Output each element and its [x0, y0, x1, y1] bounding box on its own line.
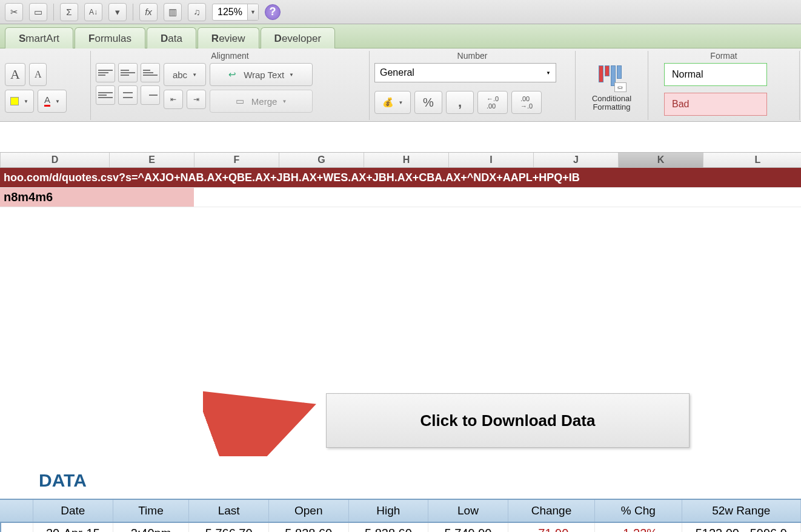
table-header-range[interactable]: 52w Range	[682, 500, 801, 522]
cell-time: 2:40pm	[113, 523, 190, 532]
cell-high: 5,838.60	[349, 523, 429, 532]
comma-button[interactable]: ,	[446, 91, 474, 114]
data-table: Date Time Last Open High Low Change % Ch…	[0, 499, 801, 532]
cell-change: -71.90	[508, 523, 595, 532]
new-doc-icon[interactable]: ▭	[29, 3, 47, 21]
align-center-button[interactable]	[118, 85, 138, 105]
group-label-spacer	[580, 51, 643, 61]
table-header-pct[interactable]: % Chg	[595, 500, 682, 522]
chevron-down-icon: ▼	[546, 70, 551, 76]
cell-style-bad[interactable]: Bad	[664, 93, 767, 116]
number-format-value: General	[380, 67, 414, 78]
data-heading: DATA	[39, 470, 87, 491]
zoom-selector[interactable]: 125% ▼	[212, 4, 259, 21]
filter-icon[interactable]: ▾	[108, 3, 127, 21]
cell-style-normal[interactable]: Normal	[664, 63, 767, 86]
table-header-change[interactable]: Change	[508, 500, 595, 522]
tab-data[interactable]: Data	[147, 27, 196, 48]
tab-developer[interactable]: Developer	[261, 27, 336, 48]
decrease-indent-button[interactable]: ⇤	[164, 90, 183, 109]
cell-last: 5,766.70	[189, 523, 269, 532]
align-right-button[interactable]	[141, 85, 160, 105]
align-top-button[interactable]	[96, 63, 115, 82]
column-header-E[interactable]: E	[110, 153, 194, 167]
cell-low: 5,749.90	[428, 523, 508, 532]
column-header-J[interactable]: J	[534, 153, 619, 167]
merge-button[interactable]: ▭ Merge▼	[210, 90, 313, 113]
currency-button[interactable]: 💰▼	[374, 91, 411, 114]
sort-az-icon[interactable]: A↓	[84, 3, 102, 21]
arrow-annotation	[203, 390, 324, 456]
align-left-button[interactable]	[96, 85, 115, 105]
conditional-formatting-button[interactable]: ≤≥ Conditional Formatting	[583, 63, 641, 112]
tab-review[interactable]: Review	[198, 27, 259, 48]
cell-date: 30-Apr-15	[33, 523, 113, 532]
fill-color-button[interactable]: ▼	[5, 90, 34, 113]
table-header-date[interactable]: Date	[33, 500, 113, 522]
table-header-low[interactable]: Low	[428, 500, 508, 522]
column-header-F[interactable]: F	[194, 153, 279, 167]
group-label-alignment: Alignment	[96, 51, 364, 61]
percent-button[interactable]: %	[414, 91, 442, 114]
separator	[53, 4, 54, 21]
column-header-L[interactable]: L	[703, 153, 801, 167]
download-data-label: Click to Download Data	[420, 411, 596, 430]
fx-icon[interactable]: fx	[139, 3, 158, 21]
cell-open: 5,838.60	[269, 523, 349, 532]
number-format-select[interactable]: General ▼	[374, 63, 556, 82]
conditional-formatting-label: Conditional Formatting	[583, 95, 641, 112]
group-label-format: Format	[653, 51, 794, 61]
vertical-align-group	[96, 63, 160, 105]
font-shrink-button[interactable]: A	[29, 63, 47, 86]
chevron-down-icon[interactable]: ▼	[247, 4, 258, 20]
group-label-font	[5, 51, 85, 61]
table-header-high[interactable]: High	[349, 500, 429, 522]
align-middle-button[interactable]	[118, 63, 138, 82]
column-header-I[interactable]: I	[449, 153, 534, 167]
media-icon[interactable]: ♫	[188, 3, 206, 21]
help-icon[interactable]: ?	[265, 4, 281, 20]
wrap-text-button[interactable]: ↩ Wrap Text▼	[210, 63, 313, 86]
tab-formulas[interactable]: Formulas	[75, 27, 145, 48]
ribbon: A A ▼ A▼ Alignment abc▼ ⇤	[0, 48, 801, 122]
cell-url-suffix: n8m4m6	[0, 188, 194, 207]
orientation-button[interactable]: abc▼	[164, 63, 206, 86]
font-grow-button[interactable]: A	[5, 63, 25, 86]
scissors-icon[interactable]: ✂	[5, 3, 23, 21]
sigma-icon[interactable]: Σ	[60, 3, 78, 21]
table-header-blank	[0, 500, 33, 522]
zoom-value: 125%	[213, 7, 247, 18]
column-headers: DEFGHIJKL	[0, 152, 801, 168]
cell-url: hoo.com/d/quotes.csv?s=^AXJO+NAB.AX+QBE.…	[0, 168, 801, 187]
table-header-last[interactable]: Last	[189, 500, 269, 522]
table-row[interactable]: 30-Apr-152:40pm5,766.705,838.605,838.605…	[0, 523, 801, 532]
download-data-button[interactable]: Click to Download Data	[326, 393, 690, 448]
column-header-K[interactable]: K	[619, 153, 703, 167]
column-header-D[interactable]: D	[1, 153, 110, 167]
align-bottom-button[interactable]	[141, 63, 160, 82]
cell-range: 5122.00 - 5996.9	[682, 523, 801, 532]
group-label-number: Number	[374, 51, 570, 61]
increase-indent-button[interactable]: ⇥	[187, 90, 206, 109]
cell-blank	[0, 523, 33, 532]
worksheet-area: DEFGHIJKL hoo.com/d/quotes.csv?s=^AXJO+N…	[0, 152, 801, 207]
column-header-H[interactable]: H	[364, 153, 449, 167]
table-header-open[interactable]: Open	[269, 500, 349, 522]
decrease-decimal-button[interactable]: .00→.0	[511, 91, 542, 114]
row-url-1[interactable]: hoo.com/d/quotes.csv?s=^AXJO+NAB.AX+QBE.…	[0, 168, 801, 188]
quick-access-toolbar: ✂ ▭ Σ A↓ ▾ fx ▥ ♫ 125% ▼ ?	[0, 0, 801, 24]
column-header-G[interactable]: G	[279, 153, 364, 167]
increase-decimal-button[interactable]: ←.0.00	[477, 91, 508, 114]
ribbon-tabs: SmartArt Formulas Data Review Developer	[0, 24, 801, 48]
chart-icon[interactable]: ▥	[164, 3, 182, 21]
svg-line-0	[215, 408, 306, 441]
cell-pct: -1.23%	[595, 523, 682, 532]
tab-smartart[interactable]: SmartArt	[5, 27, 73, 48]
row-url-2[interactable]: n8m4m6	[0, 188, 801, 207]
table-header-row: Date Time Last Open High Low Change % Ch…	[0, 499, 801, 523]
table-header-time[interactable]: Time	[113, 500, 190, 522]
separator	[133, 4, 133, 21]
font-color-button[interactable]: A▼	[38, 90, 67, 113]
